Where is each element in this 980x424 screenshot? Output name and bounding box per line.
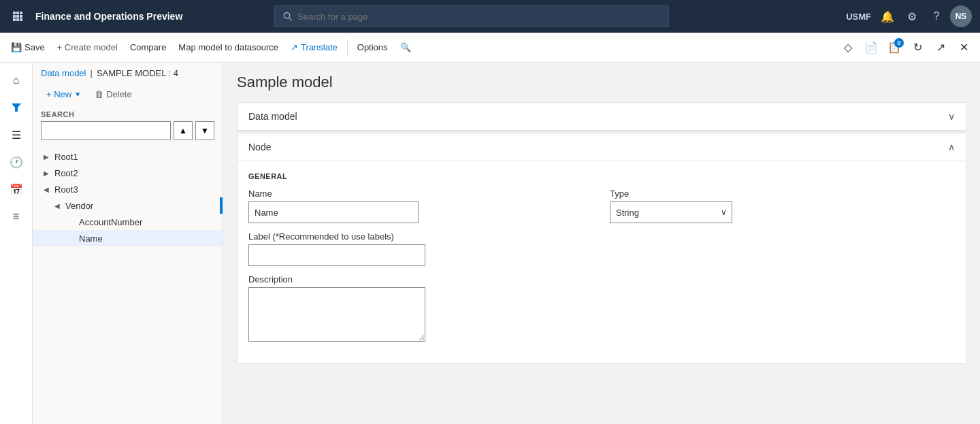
new-button[interactable]: + New ▼ [41, 86, 86, 102]
breadcrumb-current: SAMPLE MODEL : 4 [97, 68, 178, 78]
type-select[interactable]: String Integer Real Date Boolean [610, 201, 732, 223]
search-section: SEARCH ▲ ▼ [33, 108, 223, 146]
description-field-col: Description [248, 274, 425, 344]
svg-line-10 [289, 18, 291, 20]
menu-icon[interactable]: ☰ [4, 123, 29, 147]
new-label: + New [46, 89, 71, 99]
search-up-button[interactable]: ▲ [174, 121, 193, 140]
breadcrumb-separator: | [90, 68, 92, 78]
toolbar-right-icons: ◇ 📄 📋 0 ↻ ↗ ✕ [837, 37, 975, 59]
main-toolbar: 💾 Save + Create model Compare Map model … [0, 33, 980, 63]
label-field-col: Label (*Recommended to use labels) [248, 231, 425, 266]
create-model-button[interactable]: + Create model [52, 39, 123, 55]
tree-item[interactable]: ▶ Root1 [33, 148, 223, 165]
close-icon[interactable]: ✕ [953, 37, 975, 59]
toolbar-search-btn[interactable]: 🔍 [400, 42, 411, 52]
new-chevron-icon: ▼ [74, 91, 81, 98]
label-field-label: Label (*Recommended to use labels) [248, 231, 425, 242]
data-model-accordion-header[interactable]: Data model ∨ [238, 103, 966, 131]
left-panel: Data model | SAMPLE MODEL : 4 + New ▼ 🗑 … [33, 63, 223, 424]
tree-item[interactable]: ▶ AccountNumber [33, 214, 223, 230]
help-icon[interactable]: ? [926, 5, 947, 27]
general-section-label: GENERAL [248, 172, 955, 180]
description-label: Description [248, 274, 425, 284]
tree-item[interactable]: ▶ Root2 [33, 165, 223, 181]
page-title: Sample model [237, 74, 966, 91]
node-accordion-header[interactable]: Node ∧ [238, 133, 966, 161]
data-model-chevron-icon: ∨ [948, 111, 955, 122]
grid-menu-icon[interactable] [8, 7, 27, 26]
search-row: ▲ ▼ [41, 121, 214, 140]
filter-icon[interactable] [4, 95, 29, 120]
name-label: Name [248, 189, 593, 199]
node-accordion-body: GENERAL Name Type String Integer Real [238, 161, 966, 363]
app-title: Finance and Operations Preview [35, 11, 182, 22]
svg-rect-8 [20, 18, 22, 21]
tree-item-label: Root2 [54, 168, 214, 178]
global-search-input[interactable] [297, 12, 660, 22]
form-row-name-type: Name Type String Integer Real Date Boole… [248, 189, 955, 223]
data-model-accordion: Data model ∨ [237, 102, 966, 131]
svg-marker-11 [12, 103, 21, 112]
top-navbar: Finance and Operations Preview USMF 🔔 ⚙ … [0, 0, 980, 33]
user-label: USMF [846, 5, 871, 27]
tree-item-label: AccountNumber [79, 217, 214, 227]
notification-icon[interactable]: 🔔 [877, 5, 898, 27]
tree-item-label: Root1 [54, 152, 214, 162]
tree-container: ▶ Root1 ▶ Root2 ◀ Root3 ◀ Vendor ▶ [33, 146, 223, 424]
refresh-icon[interactable]: ↻ [906, 37, 928, 59]
name-input[interactable] [248, 201, 419, 223]
svg-rect-6 [13, 18, 16, 21]
global-search-bar[interactable] [274, 5, 669, 27]
diamond-icon[interactable]: ◇ [837, 37, 859, 59]
drag-handle [220, 197, 223, 214]
compare-button[interactable]: Compare [125, 39, 172, 55]
tree-item[interactable]: ◀ Root3 [33, 181, 223, 197]
form-row-label: Label (*Recommended to use labels) [248, 231, 955, 266]
search-section-label: SEARCH [41, 110, 214, 118]
top-nav-right-area: USMF 🔔 ⚙ ? NS [846, 5, 972, 27]
description-textarea[interactable] [248, 287, 425, 342]
save-icon: 💾 [11, 42, 22, 52]
breadcrumb: Data model | SAMPLE MODEL : 4 [33, 63, 223, 84]
svg-rect-3 [13, 15, 16, 18]
tree-item-label: Root3 [54, 184, 214, 195]
tree-item[interactable]: ◀ Vendor [33, 197, 223, 214]
translate-button[interactable]: ↗ Translate [285, 39, 343, 55]
user-avatar[interactable]: NS [950, 5, 972, 27]
save-button[interactable]: 💾 Save [5, 39, 50, 55]
svg-rect-7 [16, 18, 19, 21]
map-model-button[interactable]: Map model to datasource [173, 39, 284, 55]
delete-button[interactable]: 🗑 Delete [89, 86, 137, 102]
options-label: Options [352, 39, 393, 55]
home-icon[interactable]: ⌂ [4, 68, 29, 93]
breadcrumb-link[interactable]: Data model [41, 68, 86, 78]
type-field-col: Type String Integer Real Date Boolean ∨ [610, 189, 955, 223]
expand-icon: ▶ [41, 167, 52, 178]
main-layout: ⌂ ☰ 🕐 📅 ≡ Data model | SAMPLE MODEL : 4 … [0, 63, 980, 424]
tree-item-selected[interactable]: ▶ Name [33, 230, 223, 246]
node-section-title: Node [248, 142, 271, 152]
clock-icon[interactable]: 🕐 [4, 150, 29, 174]
settings-icon[interactable]: ⚙ [901, 5, 923, 27]
badge-icon[interactable]: 📋 0 [883, 37, 905, 59]
search-down-button[interactable]: ▼ [195, 121, 214, 140]
tree-item-label: Vendor [65, 201, 214, 211]
name-field-col: Name [248, 189, 593, 223]
svg-rect-0 [13, 12, 16, 14]
list-icon[interactable]: ≡ [4, 204, 29, 229]
calendar-icon[interactable]: 📅 [4, 177, 29, 201]
page-icon[interactable]: 📄 [860, 37, 882, 59]
node-accordion: Node ∧ GENERAL Name Type String [237, 133, 966, 363]
sidebar-icons: ⌂ ☰ 🕐 📅 ≡ [0, 63, 33, 424]
data-model-section-title: Data model [248, 111, 297, 122]
open-icon[interactable]: ↗ [930, 37, 951, 59]
type-select-wrapper: String Integer Real Date Boolean ∨ [610, 201, 732, 223]
right-panel: Sample model Data model ∨ Node ∧ GENERAL… [223, 63, 980, 424]
search-input[interactable] [41, 121, 171, 140]
svg-rect-1 [16, 12, 19, 14]
svg-rect-5 [20, 15, 22, 18]
form-row-description: Description [248, 274, 955, 344]
svg-point-9 [284, 13, 289, 18]
label-input[interactable] [248, 244, 425, 266]
